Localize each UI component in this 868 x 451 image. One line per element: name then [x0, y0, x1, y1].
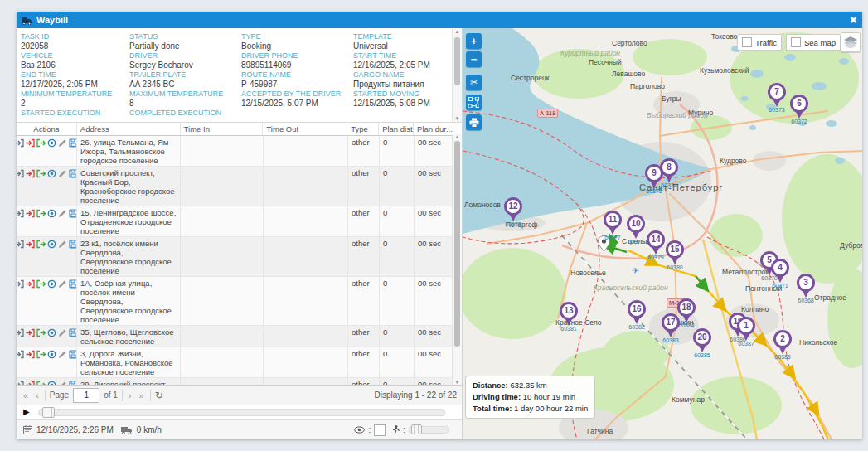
- waypoint-row[interactable]: 23 к1, посёлок имени Свердлова, Свердлов…: [17, 237, 462, 277]
- arrive-icon[interactable]: [17, 138, 24, 148]
- map-marker[interactable]: 16 60382: [628, 300, 646, 332]
- scroll-up-icon[interactable]: ▲: [455, 134, 460, 139]
- map-marker[interactable]: 6 60372: [790, 95, 808, 126]
- save-icon[interactable]: [69, 381, 77, 385]
- arrive-red-icon[interactable]: [26, 209, 35, 218]
- refresh-icon[interactable]: ↻: [155, 390, 163, 401]
- timeline-slider[interactable]: [38, 409, 445, 416]
- depart-icon[interactable]: [36, 209, 46, 218]
- arrive-red-icon[interactable]: [26, 350, 35, 359]
- seamap-checkbox[interactable]: [791, 37, 801, 47]
- column-header[interactable]: Time In: [181, 123, 264, 135]
- save-icon[interactable]: [69, 328, 77, 337]
- scroll-thumb[interactable]: [454, 141, 460, 347]
- locate-icon[interactable]: [47, 328, 56, 337]
- column-header[interactable]: Type: [347, 123, 379, 135]
- scroll-up-icon[interactable]: ▲: [455, 28, 460, 36]
- prev-page-button[interactable]: ‹: [34, 390, 41, 400]
- map-marker[interactable]: 17 60383: [662, 313, 680, 345]
- waypoint-row[interactable]: 26, улица Тельмана, Ям-Ижора, Тельмановс…: [17, 136, 462, 167]
- waypoint-row[interactable]: 15, Ленинградское шоссе, Отрадненское го…: [17, 206, 462, 237]
- arrive-icon[interactable]: [17, 381, 24, 385]
- arrive-red-icon[interactable]: [26, 169, 35, 178]
- map-marker[interactable]: 20 60385: [693, 328, 711, 360]
- arrive-red-icon[interactable]: [26, 240, 35, 249]
- locate-icon[interactable]: [47, 381, 56, 385]
- table-scrollbar[interactable]: ▲ ▼: [452, 134, 462, 385]
- locate-icon[interactable]: [47, 169, 56, 178]
- play-button[interactable]: ▶: [23, 408, 30, 416]
- column-header[interactable]: Actions: [17, 123, 77, 135]
- arrive-icon[interactable]: [17, 328, 24, 337]
- arrive-icon[interactable]: [17, 350, 24, 359]
- route-edit-button[interactable]: ✂: [466, 75, 482, 90]
- scroll-down-icon[interactable]: ▼: [455, 380, 460, 385]
- waypoint-row[interactable]: 1А, Озёрная улица, посёлок имени Свердло…: [17, 277, 462, 326]
- column-header[interactable]: Plan dist...: [379, 123, 414, 135]
- print-button[interactable]: [466, 114, 482, 130]
- first-page-button[interactable]: «: [22, 390, 30, 400]
- close-icon[interactable]: ✖: [850, 16, 857, 25]
- map-marker[interactable]: 13 60381: [560, 302, 578, 333]
- edit-icon[interactable]: [58, 169, 67, 178]
- edit-icon[interactable]: [58, 381, 67, 385]
- last-page-button[interactable]: »: [138, 390, 146, 400]
- arrive-red-icon[interactable]: [26, 381, 35, 385]
- scroll-thumb[interactable]: [454, 37, 460, 85]
- map-marker[interactable]: 2 60388: [773, 330, 792, 361]
- locate-icon[interactable]: [47, 350, 56, 359]
- save-icon[interactable]: [69, 240, 77, 249]
- map-marker[interactable]: 14 60379: [647, 230, 665, 262]
- map-marker[interactable]: 18 60384: [677, 298, 696, 330]
- map-panel[interactable]: СертоловоТоксовоПесочныйЛевашовоСестроре…: [463, 28, 862, 439]
- locate-icon[interactable]: [47, 138, 56, 148]
- edit-icon[interactable]: [58, 138, 67, 148]
- map-marker[interactable]: 3 60368: [797, 274, 815, 305]
- waypoint-row[interactable]: Советский проспект, Красный Бор, Красноб…: [17, 167, 462, 206]
- timeline-slider-handle[interactable]: [42, 407, 55, 418]
- depart-icon[interactable]: [36, 350, 46, 359]
- column-header[interactable]: Address: [77, 123, 181, 135]
- edit-icon[interactable]: [58, 279, 67, 289]
- map-marker[interactable]: 8 60374: [660, 158, 678, 190]
- scroll-down-icon[interactable]: ▼: [455, 115, 460, 123]
- polygon-select-button[interactable]: [466, 95, 482, 110]
- waypoint-row[interactable]: 3, Дорога Жизни, Романовка, Романовское …: [17, 347, 462, 378]
- next-page-button[interactable]: ›: [127, 390, 133, 400]
- zoom-in-button[interactable]: +: [466, 33, 482, 49]
- layers-button[interactable]: [841, 32, 861, 52]
- depart-icon[interactable]: [36, 381, 46, 385]
- edit-icon[interactable]: [58, 350, 67, 359]
- arrive-red-icon[interactable]: [26, 279, 35, 289]
- speed-slider-handle[interactable]: [411, 424, 422, 434]
- save-icon[interactable]: [69, 169, 77, 178]
- arrive-icon[interactable]: [17, 279, 24, 289]
- save-icon[interactable]: [69, 138, 77, 148]
- traffic-toggle[interactable]: Traffic: [737, 34, 782, 51]
- depart-icon[interactable]: [36, 279, 46, 289]
- depart-icon[interactable]: [36, 328, 46, 337]
- map-marker[interactable]: 4 60371: [771, 259, 789, 290]
- locate-icon[interactable]: [47, 209, 56, 218]
- waypoint-row[interactable]: 29, Лиговский проспект, Пески, Санкт-Пет…: [17, 378, 462, 385]
- map-marker[interactable]: 10 60376: [627, 215, 645, 246]
- visibility-checkbox[interactable]: [374, 424, 386, 436]
- edit-icon[interactable]: [58, 328, 67, 337]
- arrive-icon[interactable]: [17, 209, 24, 218]
- depart-icon[interactable]: [36, 169, 46, 178]
- map-marker[interactable]: 11 60377: [604, 211, 622, 242]
- waypoint-row[interactable]: 35, Щеглово, Щегловское сельское поселен…: [17, 326, 462, 347]
- arrive-red-icon[interactable]: [26, 138, 35, 148]
- seamap-toggle[interactable]: Sea map: [786, 34, 841, 51]
- save-icon[interactable]: [69, 350, 77, 359]
- depart-icon[interactable]: [36, 138, 46, 148]
- map-marker[interactable]: 1 60387: [737, 317, 755, 348]
- map-marker[interactable]: 12 60378: [504, 197, 522, 229]
- arrive-icon[interactable]: [17, 240, 24, 249]
- details-scrollbar[interactable]: ▲ ▼: [452, 28, 462, 123]
- column-header[interactable]: Plan dur...: [414, 123, 453, 135]
- depart-icon[interactable]: [36, 240, 46, 249]
- save-icon[interactable]: [69, 209, 77, 218]
- map-marker[interactable]: 7 60373: [768, 83, 786, 114]
- save-icon[interactable]: [69, 279, 77, 289]
